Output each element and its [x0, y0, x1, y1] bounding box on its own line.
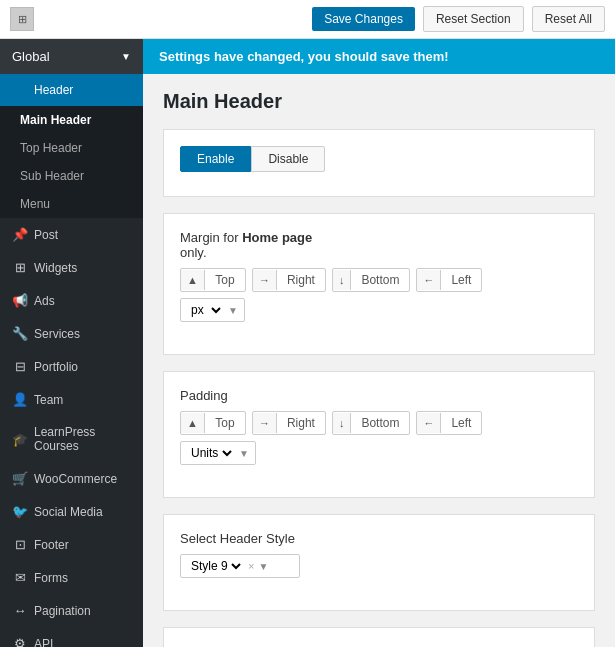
- header-style-field: Select Header Style Style 9 Style 1 Styl…: [180, 531, 578, 578]
- margin-bottom-input[interactable]: ↓ Bottom: [332, 268, 411, 292]
- ads-icon: 📢: [12, 293, 28, 308]
- sidebar-item-label: Team: [34, 393, 63, 407]
- padding-section: Padding ▲ Top → Right ↓: [163, 371, 595, 498]
- padding-left-up-btn[interactable]: ←: [417, 413, 441, 433]
- sidebar-item-portfolio[interactable]: ⊟ Portfolio: [0, 350, 143, 383]
- padding-top-input[interactable]: ▲ Top: [180, 411, 246, 435]
- enable-disable-section: Enable Disable: [163, 129, 595, 197]
- widgets-icon: ⊞: [12, 260, 28, 275]
- menu-label: Menu: [20, 197, 50, 211]
- sidebar-item-menu[interactable]: Menu: [0, 190, 143, 218]
- chevron-down-icon: ▼: [228, 305, 238, 316]
- style-select-wrapper[interactable]: Style 9 Style 1 Style 2 × ▼: [180, 554, 300, 578]
- margin-right-input[interactable]: → Right: [252, 268, 326, 292]
- sidebar-item-pagination[interactable]: ↔ Pagination: [0, 594, 143, 627]
- padding-unit-select[interactable]: Units px em % ▼: [180, 441, 256, 465]
- sidebar-item-label: API: [34, 637, 53, 648]
- sidebar-item-label: Post: [34, 228, 58, 242]
- sidebar-item-footer[interactable]: ⊡ Footer: [0, 528, 143, 561]
- sidebar-item-header[interactable]: Header: [0, 74, 143, 106]
- global-label: Global: [12, 49, 50, 64]
- sidebar-item-label: Services: [34, 327, 80, 341]
- padding-unit-dropdown[interactable]: Units px em %: [187, 445, 235, 461]
- sidebar-item-sub-header[interactable]: Sub Header: [0, 162, 143, 190]
- enable-button[interactable]: Enable: [180, 146, 251, 172]
- margin-unit-select[interactable]: px em % ▼: [180, 298, 245, 322]
- select-style-label: Select Header Style: [180, 531, 578, 546]
- padding-field: Padding ▲ Top → Right ↓: [180, 388, 578, 465]
- sidebar-item-label: WooCommerce: [34, 472, 117, 486]
- sidebar-item-learnpress[interactable]: 🎓 LearnPress Courses: [0, 416, 143, 462]
- margin-left-up-btn[interactable]: ←: [417, 270, 441, 290]
- alert-message: Settings have changed, you should save t…: [159, 49, 449, 64]
- save-changes-button[interactable]: Save Changes: [312, 7, 415, 31]
- enable-disable-toggle: Enable Disable: [180, 146, 578, 172]
- padding-top-label: Top: [205, 412, 245, 434]
- chevron-down-icon: ▼: [121, 51, 131, 62]
- pagination-icon: ↔: [12, 603, 28, 618]
- page-title: Main Header: [163, 90, 595, 113]
- margin-top-label: Top: [205, 269, 245, 291]
- footer-icon: ⊡: [12, 537, 28, 552]
- content-inner: Main Header Enable Disable Margin for Ho…: [143, 74, 615, 647]
- chevron-down-icon: ▼: [239, 448, 249, 459]
- alert-bar: Settings have changed, you should save t…: [143, 39, 615, 74]
- portfolio-icon: ⊟: [12, 359, 28, 374]
- padding-right-input[interactable]: → Right: [252, 411, 326, 435]
- header-style-section: Select Header Style Style 9 Style 1 Styl…: [163, 514, 595, 611]
- sidebar-item-top-header[interactable]: Top Header: [0, 134, 143, 162]
- sub-header-label: Sub Header: [20, 169, 84, 183]
- margin-unit-dropdown[interactable]: px em %: [187, 302, 224, 318]
- sidebar-item-woocommerce[interactable]: 🛒 WooCommerce: [0, 462, 143, 495]
- clear-icon[interactable]: ×: [248, 560, 254, 572]
- grid-icon[interactable]: ⊞: [10, 7, 34, 31]
- sidebar-item-label: Pagination: [34, 604, 91, 618]
- margin-top-up-btn[interactable]: ▲: [181, 270, 205, 290]
- padding-bottom-down-btn[interactable]: ↓: [333, 413, 352, 433]
- sidebar-item-label: Forms: [34, 571, 68, 585]
- padding-label: Padding: [180, 388, 578, 403]
- margin-top-input[interactable]: ▲ Top: [180, 268, 246, 292]
- content-area: Settings have changed, you should save t…: [143, 39, 615, 647]
- disable-button[interactable]: Disable: [251, 146, 325, 172]
- padding-right-up-btn[interactable]: →: [253, 413, 277, 433]
- margin-bottom-label: Bottom: [351, 269, 409, 291]
- sidebar-item-label: Portfolio: [34, 360, 78, 374]
- sidebar-item-forms[interactable]: ✉ Forms: [0, 561, 143, 594]
- padding-bottom-input[interactable]: ↓ Bottom: [332, 411, 411, 435]
- margin-bottom-down-btn[interactable]: ↓: [333, 270, 352, 290]
- sidebar-item-team[interactable]: 👤 Team: [0, 383, 143, 416]
- reset-all-button[interactable]: Reset All: [532, 6, 605, 32]
- sidebar-item-label: Header: [34, 83, 73, 97]
- forms-icon: ✉: [12, 570, 28, 585]
- sidebar-item-post[interactable]: 📌 Post: [0, 218, 143, 251]
- margin-inputs: ▲ Top → Right ↓ Bottom: [180, 268, 578, 292]
- api-icon: ⚙: [12, 636, 28, 647]
- sidebar: Global ▼ Header Main Header Top Header S…: [0, 39, 143, 647]
- reset-section-button[interactable]: Reset Section: [423, 6, 524, 32]
- padding-top-up-btn[interactable]: ▲: [181, 413, 205, 433]
- sidebar-item-api[interactable]: ⚙ API: [0, 627, 143, 647]
- margin-section: Margin for Home pageonly. ▲ Top → Right: [163, 213, 595, 355]
- sidebar-global[interactable]: Global ▼: [0, 39, 143, 74]
- learnpress-icon: 🎓: [12, 432, 28, 447]
- social-media-icon: 🐦: [12, 504, 28, 519]
- team-icon: 👤: [12, 392, 28, 407]
- main-header-label: Main Header: [20, 113, 91, 127]
- margin-left-input[interactable]: ← Left: [416, 268, 482, 292]
- margin-right-up-btn[interactable]: →: [253, 270, 277, 290]
- padding-left-label: Left: [441, 412, 481, 434]
- woocommerce-icon: 🛒: [12, 471, 28, 486]
- sidebar-item-services[interactable]: 🔧 Services: [0, 317, 143, 350]
- sidebar-item-social-media[interactable]: 🐦 Social Media: [0, 495, 143, 528]
- style-dropdown[interactable]: Style 9 Style 1 Style 2: [187, 558, 244, 574]
- top-header-label: Top Header: [20, 141, 82, 155]
- padding-right-label: Right: [277, 412, 325, 434]
- sidebar-item-ads[interactable]: 📢 Ads: [0, 284, 143, 317]
- sidebar-item-label: Ads: [34, 294, 55, 308]
- padding-left-input[interactable]: ← Left: [416, 411, 482, 435]
- sidebar-item-main-header[interactable]: Main Header: [0, 106, 143, 134]
- top-bar: ⊞ Save Changes Reset Section Reset All: [0, 0, 615, 39]
- margin-left-label: Left: [441, 269, 481, 291]
- sidebar-item-widgets[interactable]: ⊞ Widgets: [0, 251, 143, 284]
